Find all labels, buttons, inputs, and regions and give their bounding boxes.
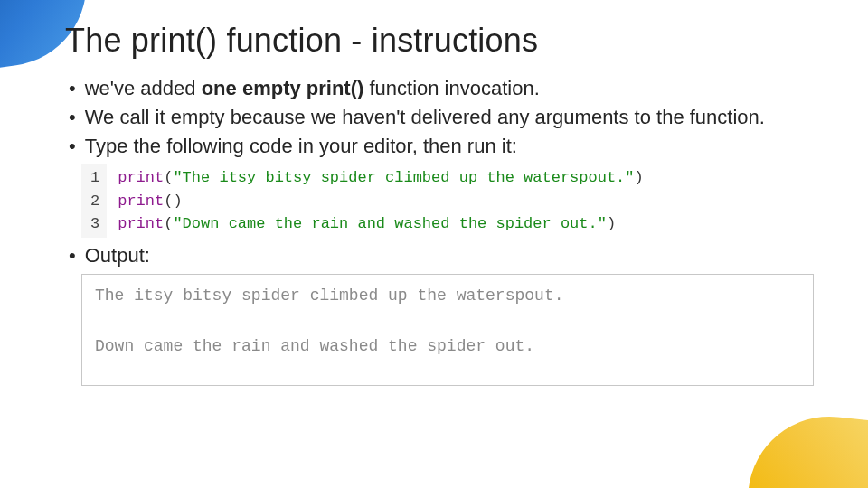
code-line-3: print("Down came the rain and washed the…	[118, 212, 644, 236]
token-paren-close: )	[607, 215, 616, 232]
slide-content: The print() function - instructions we'v…	[0, 0, 868, 386]
token-str-1: "The itsy bitsy spider climbed up the wa…	[173, 169, 634, 186]
bullet-1: we've added one empty print() function i…	[69, 76, 803, 101]
token-paren-close: )	[173, 192, 182, 210]
token-str-3: "Down came the rain and washed the spide…	[173, 215, 606, 232]
token-fn: print	[118, 215, 164, 232]
token-paren-open: (	[164, 192, 173, 210]
code-body: print("The itsy bitsy spider climbed up …	[107, 164, 644, 238]
code-gutter: 1 2 3	[81, 164, 107, 238]
output-box: The itsy bitsy spider climbed up the wat…	[81, 274, 814, 386]
bullet-list-2: Output:	[65, 243, 803, 268]
token-fn: print	[118, 169, 164, 186]
lineno-1: 1	[90, 166, 99, 190]
bullet-list: we've added one empty print() function i…	[65, 76, 803, 159]
bullet-1-post: function invocation.	[363, 77, 539, 99]
code-line-1: print("The itsy bitsy spider climbed up …	[118, 166, 644, 190]
corner-accent-bottom-right	[745, 408, 868, 488]
token-fn: print	[118, 192, 164, 210]
slide-title: The print() function - instructions	[65, 22, 803, 60]
code-line-2: print()	[118, 190, 644, 213]
bullet-3: Type the following code in your editor, …	[69, 134, 803, 159]
token-paren-open: (	[164, 215, 173, 232]
bullet-2: We call it empty because we haven't deli…	[69, 105, 803, 130]
lineno-3: 3	[90, 212, 99, 236]
code-block: 1 2 3 print("The itsy bitsy spider climb…	[81, 164, 803, 238]
bullet-1-pre: we've added	[85, 77, 202, 99]
lineno-2: 2	[90, 190, 99, 213]
token-paren-open: (	[164, 169, 173, 186]
token-paren-close: )	[635, 169, 644, 186]
bullet-1-bold: one empty print()	[202, 77, 364, 99]
bullet-output: Output:	[69, 243, 803, 268]
